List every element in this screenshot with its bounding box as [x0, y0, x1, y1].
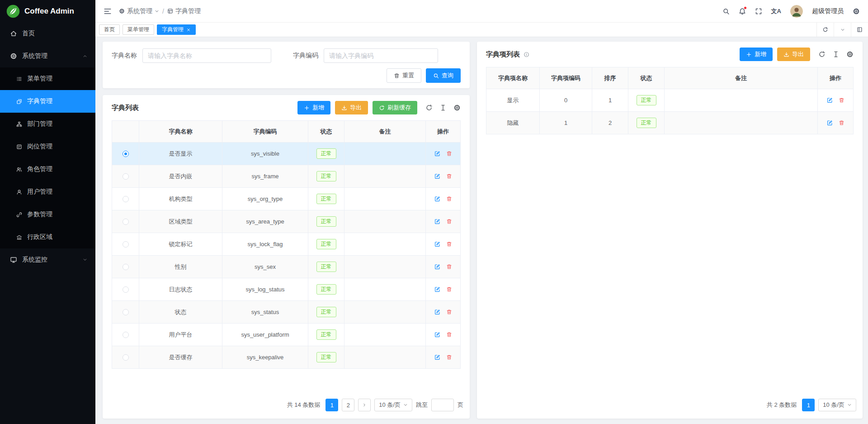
table-gear-icon[interactable]: [846, 51, 854, 58]
table-row[interactable]: 区域类型 sys_area_type 正常: [112, 210, 460, 233]
delete-icon[interactable]: [446, 354, 452, 360]
column-settings-icon[interactable]: [439, 104, 447, 111]
settings-gear-icon[interactable]: [853, 8, 860, 15]
page-button[interactable]: 2: [342, 399, 354, 411]
edit-icon[interactable]: [434, 219, 440, 224]
column-header: 排序: [592, 67, 628, 89]
add-dict-button[interactable]: 新增: [297, 101, 330, 114]
delete-icon[interactable]: [446, 196, 452, 202]
row-radio[interactable]: [123, 196, 129, 202]
delete-icon[interactable]: [446, 264, 452, 270]
layout-toggle-button[interactable]: [851, 23, 868, 37]
sidebar-item-user-mgmt[interactable]: 用户管理: [0, 181, 95, 203]
query-button[interactable]: 查询: [426, 68, 461, 83]
refresh-table-icon[interactable]: [818, 51, 826, 58]
sidebar-item-menu-mgmt[interactable]: 菜单管理: [0, 67, 95, 90]
edit-icon[interactable]: [434, 173, 440, 179]
delete-icon[interactable]: [446, 286, 452, 292]
table-row[interactable]: 锁定标记 sys_lock_flag 正常: [112, 233, 460, 256]
sidebar-item-role-mgmt[interactable]: 角色管理: [0, 158, 95, 181]
edit-icon[interactable]: [434, 196, 440, 202]
refresh-tab-button[interactable]: [816, 23, 834, 37]
current-user-name[interactable]: 超级管理员: [812, 7, 844, 15]
table-row[interactable]: 显示 0 1 正常: [486, 89, 853, 112]
sidebar-item-home[interactable]: 首页: [0, 22, 95, 45]
table-row[interactable]: 是否内嵌 sys_frame 正常: [112, 165, 460, 188]
tab-menu-mgmt[interactable]: 菜单管理: [123, 24, 154, 35]
page-size-select[interactable]: 10 条/页: [818, 399, 856, 411]
edit-icon[interactable]: [434, 241, 440, 247]
table-row[interactable]: 是否显示 sys_visible 正常: [112, 143, 460, 165]
row-radio[interactable]: [123, 241, 129, 248]
sidebar-item-dict-mgmt[interactable]: 字典管理: [0, 90, 95, 113]
sidebar-item-region[interactable]: 行政区域: [0, 226, 95, 248]
reset-button[interactable]: 重置: [387, 68, 421, 83]
row-radio[interactable]: [123, 332, 129, 338]
refresh-cache-button[interactable]: 刷新缓存: [373, 101, 417, 114]
table-row[interactable]: 隐藏 1 2 正常: [486, 112, 853, 134]
table-gear-icon[interactable]: [453, 104, 461, 111]
sidebar-item-monitor[interactable]: 系统监控: [0, 248, 95, 271]
page-button[interactable]: 1: [326, 399, 338, 411]
add-dict-item-button[interactable]: 新增: [740, 48, 773, 61]
dict-name-input[interactable]: [142, 48, 271, 63]
dict-code-input[interactable]: [324, 48, 438, 63]
tab-options-button[interactable]: [834, 23, 851, 37]
edit-icon[interactable]: [434, 264, 440, 270]
breadcrumb-system[interactable]: 系统管理: [119, 7, 159, 15]
edit-icon[interactable]: [434, 332, 440, 338]
edit-icon[interactable]: [434, 354, 440, 360]
avatar[interactable]: [790, 5, 803, 18]
row-radio[interactable]: [123, 286, 129, 293]
search-icon[interactable]: [722, 8, 730, 15]
translate-icon[interactable]: 文A: [771, 7, 781, 15]
sidebar-toggle-icon[interactable]: [104, 7, 112, 15]
row-radio[interactable]: [123, 309, 129, 315]
page-size-select[interactable]: 10 条/页: [374, 399, 412, 411]
export-dict-button[interactable]: 导出: [335, 101, 368, 114]
edit-icon[interactable]: [434, 286, 440, 292]
table-row[interactable]: 是否缓存 sys_keepalive 正常: [112, 346, 460, 369]
row-radio[interactable]: [123, 354, 129, 361]
delete-icon[interactable]: [446, 309, 452, 315]
delete-icon[interactable]: [839, 120, 844, 126]
breadcrumb-dict[interactable]: 字典管理: [167, 7, 201, 15]
delete-icon[interactable]: [446, 332, 452, 338]
jump-page-input[interactable]: [431, 399, 454, 411]
sidebar-item-param-mgmt[interactable]: 参数管理: [0, 203, 95, 226]
left-column: 字典名称 字典编码 重置: [103, 42, 470, 419]
sidebar-item-post-mgmt[interactable]: 岗位管理: [0, 135, 95, 158]
page-button[interactable]: 1: [802, 399, 815, 411]
tab-home[interactable]: 首页: [99, 24, 120, 35]
row-radio[interactable]: [123, 173, 129, 180]
table-row[interactable]: 状态 sys_status 正常: [112, 301, 460, 324]
notifications-button[interactable]: [739, 8, 746, 15]
delete-icon[interactable]: [446, 241, 452, 247]
column-settings-icon[interactable]: [832, 51, 840, 58]
edit-icon[interactable]: [827, 97, 833, 103]
edit-icon[interactable]: [434, 309, 440, 315]
edit-icon[interactable]: [434, 151, 440, 157]
close-icon[interactable]: [186, 28, 191, 32]
row-radio[interactable]: [123, 264, 129, 270]
id-card-icon: [16, 144, 22, 150]
sidebar-item-dept-mgmt[interactable]: 部门管理: [0, 113, 95, 135]
sidebar-item-system[interactable]: 系统管理: [0, 45, 95, 67]
table-row[interactable]: 用户平台 sys_user_platform 正常: [112, 324, 460, 346]
export-dict-item-button[interactable]: 导出: [777, 48, 810, 61]
delete-icon[interactable]: [446, 173, 452, 179]
delete-icon[interactable]: [839, 97, 844, 103]
dict-table-header: 字典名称 字典编码 状态 备注 操作: [112, 121, 460, 143]
edit-icon[interactable]: [827, 120, 833, 126]
delete-icon[interactable]: [446, 151, 452, 157]
row-radio[interactable]: [123, 219, 129, 225]
table-row[interactable]: 机构类型 sys_org_type 正常: [112, 188, 460, 210]
fullscreen-icon[interactable]: [755, 8, 762, 15]
tab-dict-mgmt[interactable]: 字典管理: [157, 24, 196, 35]
row-radio[interactable]: [123, 151, 129, 157]
delete-icon[interactable]: [446, 219, 452, 224]
next-page-button[interactable]: [358, 399, 371, 411]
refresh-table-icon[interactable]: [425, 104, 433, 111]
table-row[interactable]: 日志状态 sys_log_status 正常: [112, 278, 460, 301]
table-row[interactable]: 性别 sys_sex 正常: [112, 256, 460, 278]
